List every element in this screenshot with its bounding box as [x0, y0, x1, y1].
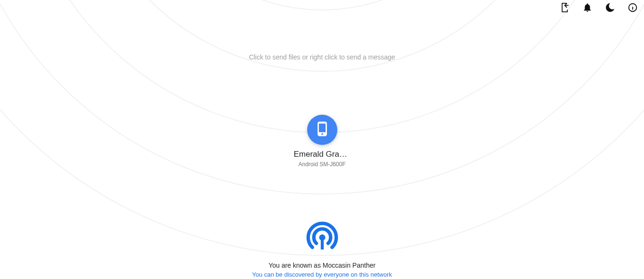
install-icon — [560, 2, 570, 15]
install-button[interactable] — [559, 3, 570, 14]
phone-icon — [314, 121, 330, 139]
display-name-value: Moccasin Panther — [323, 262, 376, 269]
svg-rect-11 — [320, 237, 323, 250]
display-name-text[interactable]: You are known as Moccasin Panther — [268, 262, 376, 269]
peer: Emerald Grasshopper Android SM-J600F — [0, 115, 644, 168]
info-icon — [627, 2, 638, 15]
peer-avatar[interactable] — [307, 115, 337, 145]
app-logo — [306, 222, 339, 255]
snapdrop-logo-icon — [306, 221, 338, 255]
about-button[interactable] — [627, 3, 638, 14]
moon-icon — [605, 2, 615, 15]
bell-icon — [582, 2, 593, 15]
footer: You are known as Moccasin Panther You ca… — [0, 222, 644, 279]
svg-point-2 — [138, 0, 506, 10]
peer-name: Emerald Grasshopper — [294, 150, 351, 159]
header — [553, 0, 644, 17]
theme-toggle-button[interactable] — [604, 3, 616, 14]
notifications-button[interactable] — [582, 3, 593, 14]
svg-point-4 — [16, 0, 629, 133]
instructions-text: Click to send files or right click to se… — [0, 53, 644, 61]
svg-point-9 — [633, 6, 633, 6]
peer-device: Android SM-J600F — [298, 161, 345, 168]
discovery-info[interactable]: You can be discovered by everyone on thi… — [252, 271, 392, 278]
display-name-prefix: You are known as — [268, 262, 323, 269]
